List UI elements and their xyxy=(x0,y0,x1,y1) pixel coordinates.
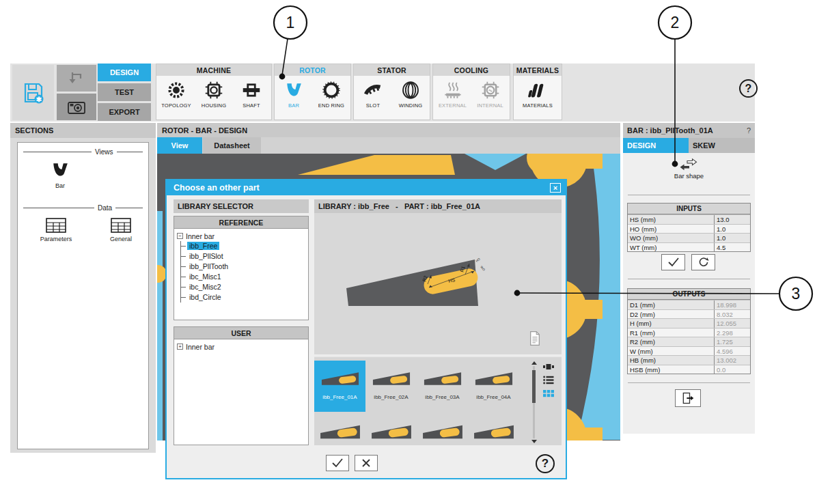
divider xyxy=(628,382,750,383)
bar-shape-button[interactable] xyxy=(664,157,713,172)
user-box-title: USER xyxy=(174,327,308,339)
reset-inputs-button[interactable] xyxy=(691,254,715,270)
toolbar-item-winding[interactable]: WINDING xyxy=(392,81,430,109)
table-row: HO (mm)1.0 xyxy=(628,224,750,234)
undo-arrow-icon xyxy=(68,71,85,86)
tab-design-right[interactable]: DESIGN xyxy=(623,138,689,153)
dialog-help-button[interactable]: ? xyxy=(536,454,555,473)
apply-inputs-button[interactable] xyxy=(661,254,685,270)
collapse-icon[interactable]: − xyxy=(177,233,183,239)
dialog-close-button[interactable]: × xyxy=(550,183,561,193)
table-row: W (mm)4.596 xyxy=(628,346,750,356)
export-part-button[interactable] xyxy=(675,389,701,407)
tab-skew[interactable]: SKEW xyxy=(689,138,755,153)
group-machine: MACHINE TOPOLOGY HOUSING xyxy=(156,64,272,120)
question-mark-icon: ? xyxy=(745,83,752,95)
end-ring-icon xyxy=(322,81,341,100)
toolbar-item-housing[interactable]: HOUSING xyxy=(195,81,233,109)
group-materials: MATERIALS MATERIALS xyxy=(513,64,562,120)
outputs-table: OUTPUTS D1 (mm)18.998 D2 (mm)8.032 H (mm… xyxy=(627,288,751,374)
toolbar-item-shaft[interactable]: SHAFT xyxy=(233,81,271,109)
bar-view-icon xyxy=(51,160,69,180)
thumbnail-label: ibb_Free_04A xyxy=(476,394,510,400)
thumbnail-ibb-free-03a[interactable]: ibb_Free_03A xyxy=(417,361,468,412)
toolbar-item-materials[interactable]: MATERIALS xyxy=(519,81,557,109)
svg-text:WO: WO xyxy=(480,265,486,272)
toolbar-item-topology[interactable]: TOPOLOGY xyxy=(158,81,195,109)
toolbar-item-label: BAR xyxy=(288,102,299,109)
view-mode-list-button[interactable] xyxy=(542,375,555,385)
part-preview: R2 HS R1 HO WO xyxy=(314,213,562,354)
table-row: D2 (mm)8.032 xyxy=(628,309,750,319)
tab-test[interactable]: TEST xyxy=(98,83,151,101)
divider xyxy=(628,279,750,279)
document-icon[interactable] xyxy=(529,331,541,346)
dialog-cancel-button[interactable] xyxy=(355,455,378,471)
tree-item-ibd-circle[interactable]: ibd_Circle xyxy=(181,292,307,303)
thumbnail-row2-item[interactable] xyxy=(417,422,468,443)
view-mode-single-button[interactable] xyxy=(542,361,555,372)
tree-item-ibb-plltooth[interactable]: ibb_PllTooth xyxy=(181,262,307,272)
part-thumbnail-grid: ibb_Free_01A ibb_Free_02A ibb_Free_03A i… xyxy=(314,356,562,445)
scrollbar-thumb[interactable] xyxy=(532,370,536,403)
winding-icon xyxy=(401,81,420,100)
sidebar-item-parameters[interactable]: Parameters xyxy=(33,218,79,242)
bar-shape-arrows-icon xyxy=(678,157,699,172)
toolbar-item-label: SLOT xyxy=(366,102,380,109)
panel-help-button[interactable]: ? xyxy=(747,126,751,135)
thumbnail-label: ibb_Free_03A xyxy=(425,394,459,400)
group-materials-title: MATERIALS xyxy=(514,64,562,76)
library-part-header: LIBRARY : ibb_Free - PART : ibb_Free_01A xyxy=(314,199,562,213)
thumbnail-scrollbar[interactable] xyxy=(531,361,537,443)
group-rotor-title: ROTOR xyxy=(275,64,350,76)
view-mode-grid-button[interactable] xyxy=(542,389,555,399)
x-icon xyxy=(361,458,371,468)
dialog-title: Choose an other part xyxy=(174,183,260,193)
reference-library-box: REFERENCE − Inner bar ibb_Free ibb_PllSl… xyxy=(174,216,309,320)
toolbar-item-external: EXTERNAL xyxy=(434,81,471,109)
thumbnail-ibb-free-04a[interactable]: ibb_Free_04A xyxy=(468,361,519,412)
tree-root-user-inner-bar[interactable]: + Inner bar xyxy=(176,341,307,352)
table-row: H (mm)12.055 xyxy=(628,318,750,328)
tab-datasheet[interactable]: Datasheet xyxy=(203,137,261,154)
toolbar-help-button[interactable]: ? xyxy=(739,79,758,98)
toolbar-item-bar[interactable]: BAR xyxy=(275,81,313,109)
inputs-table: INPUTS HS (mm)13.0 HO (mm)1.0 WO (mm)1.0… xyxy=(627,203,751,252)
scroll-up-icon[interactable] xyxy=(531,361,537,365)
tree-item-ibc-misc1[interactable]: ibc_Misc1 xyxy=(181,272,307,282)
outputs-table-title: OUTPUTS xyxy=(628,289,750,300)
save-button[interactable]: ✱ xyxy=(12,65,54,120)
thumbnail-row2-item[interactable] xyxy=(365,422,417,443)
sidebar-item-general[interactable]: General xyxy=(101,218,141,242)
toolbar-item-label: WINDING xyxy=(399,102,423,109)
tree-item-ibc-misc2[interactable]: ibc_Misc2 xyxy=(181,282,307,292)
question-mark-icon: ? xyxy=(542,457,549,471)
sidebar-item-bar[interactable]: Bar xyxy=(44,160,77,189)
thumbnail-ibb-free-02a[interactable]: ibb_Free_02A xyxy=(365,361,417,412)
dialog-ok-button[interactable] xyxy=(326,455,349,471)
undo-circular-icon xyxy=(698,257,709,268)
thumbnail-row2-item[interactable] xyxy=(468,422,519,443)
group-cooling: COOLING EXTERNAL INTERNAL xyxy=(432,64,510,120)
tree-item-ibb-pllslot[interactable]: ibb_PllSlot xyxy=(181,251,307,262)
expand-icon[interactable]: + xyxy=(177,344,183,350)
thumbnail-row2-item[interactable] xyxy=(314,422,365,443)
tree-root-inner-bar[interactable]: − Inner bar xyxy=(176,231,307,241)
part-dimension-drawing: R2 HS R1 HO WO xyxy=(314,213,562,354)
scroll-down-icon[interactable] xyxy=(531,440,537,443)
tree-root-label: Inner bar xyxy=(186,232,215,240)
bar-panel-title: BAR : ibb_PllTooth_01A xyxy=(627,126,713,135)
part-thumb-icon xyxy=(473,422,515,443)
tab-design[interactable]: DESIGN xyxy=(98,64,151,81)
tab-export[interactable]: EXPORT xyxy=(98,103,151,121)
undo-button[interactable] xyxy=(57,65,96,92)
shaft-icon xyxy=(242,81,261,100)
svg-text:2: 2 xyxy=(671,14,680,31)
screenshot-button[interactable] xyxy=(57,94,96,120)
tree-item-ibb-free[interactable]: ibb_Free xyxy=(181,241,307,251)
tab-view[interactable]: View xyxy=(157,137,202,154)
thumbnail-ibb-free-01a[interactable]: ibb_Free_01A xyxy=(314,361,365,412)
toolbar-item-slot[interactable]: SLOT xyxy=(355,81,392,109)
toolbar-item-end-ring[interactable]: END RING xyxy=(313,81,350,109)
dialog-titlebar[interactable]: Choose an other part × xyxy=(167,180,566,195)
